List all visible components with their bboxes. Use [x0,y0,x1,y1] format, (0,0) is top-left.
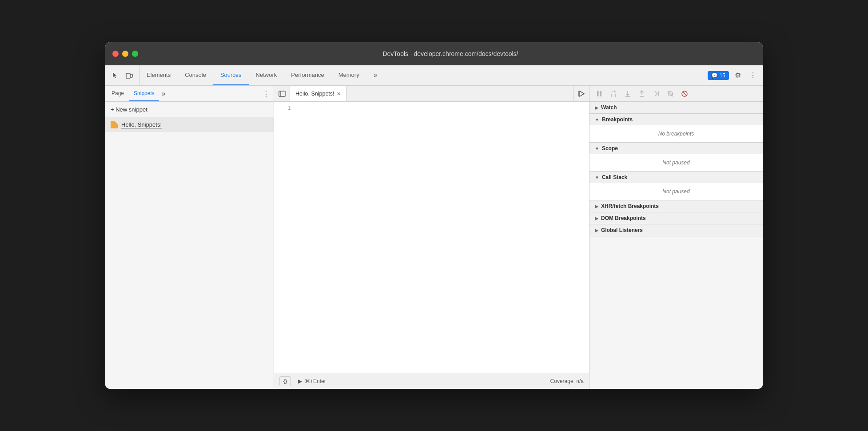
settings-icon[interactable]: ⚙ [732,69,744,82]
svg-rect-6 [597,91,599,96]
dom-breakpoints-section-header[interactable]: ▶ DOM Breakpoints [589,212,763,224]
xhr-section: ▶ XHR/fetch Breakpoints [589,200,763,212]
tab-memory[interactable]: Memory [331,65,366,85]
editor-tab-label: Hello, Snippets! [295,91,334,97]
tab-sources[interactable]: Sources [213,65,249,85]
scope-section-header[interactable]: ▼ Scope [589,143,763,154]
close-button[interactable] [112,51,119,57]
global-listeners-section-header[interactable]: ▶ Global Listeners [589,224,763,236]
breakpoints-content: No breakpoints [589,125,763,142]
more-tabs-icon: » [374,71,378,79]
snippet-file-icon [111,121,118,128]
chat-icon: 💬 [711,72,718,79]
svg-marker-4 [580,91,584,96]
editor-footer: {} ▶ ⌘+Enter Coverage: n/a [274,373,589,389]
watch-section: ▶ Watch [589,102,763,114]
step-over-icon[interactable] [607,88,620,100]
stop-icon[interactable] [678,88,691,100]
run-icon: ▶ [298,378,302,384]
dom-breakpoints-arrow-icon: ▶ [595,216,598,221]
cursor-icon[interactable] [109,69,121,82]
call-stack-content: Not paused [589,183,763,200]
scope-content: Not paused [589,154,763,171]
snippet-name: Hello, Snippets! [121,121,162,128]
notifications-badge[interactable]: 💬 15 [708,71,729,80]
tab-snippets[interactable]: Snippets [129,86,159,101]
svg-rect-7 [600,91,602,96]
call-stack-arrow-icon: ▼ [595,175,599,180]
window-title: DevTools - developer.chrome.com/docs/dev… [145,50,756,57]
svg-rect-1 [130,74,132,77]
tab-more[interactable]: » [366,65,385,85]
toolbar-right: 💬 15 ⚙ ⋮ [704,65,763,85]
tab-network[interactable]: Network [249,65,284,85]
step-out-icon[interactable] [636,88,648,100]
pause-icon[interactable] [593,88,605,100]
editor-area[interactable]: 1 [274,102,589,373]
scope-section: ▼ Scope Not paused [589,143,763,172]
panel-tab-menu-icon[interactable]: ⋮ [260,89,272,99]
editor-tabs: Hello, Snippets! × [274,86,589,102]
badge-count: 15 [720,72,725,79]
tab-page[interactable]: Page [107,86,128,101]
breakpoints-section-header[interactable]: ▼ Breakpoints [589,114,763,125]
run-button[interactable]: ▶ ⌘+Enter [298,378,326,384]
editor-tab-close-icon[interactable]: × [337,90,341,97]
content-area: Page Snippets » ⋮ + New snippet Hello, S… [105,86,763,389]
more-options-icon[interactable]: ⋮ [747,69,759,82]
new-snippet-label: + New snippet [111,106,147,113]
svg-line-18 [683,92,686,96]
breakpoints-arrow-icon: ▼ [595,117,599,122]
toolbar-left [105,65,139,85]
code-editor[interactable] [296,102,589,373]
minimize-button[interactable] [122,51,128,57]
breakpoints-section: ▼ Breakpoints No breakpoints [589,114,763,143]
dom-breakpoints-section: ▶ DOM Breakpoints [589,212,763,224]
sidebar-toggle-icon[interactable] [274,86,290,101]
call-stack-section-header[interactable]: ▼ Call Stack [589,172,763,183]
xhr-section-header[interactable]: ▶ XHR/fetch Breakpoints [589,200,763,212]
run-snippet-icon[interactable] [573,86,589,101]
toolbar-tabs: Elements Console Sources Network Perform… [139,65,704,85]
svg-rect-0 [126,73,130,78]
tab-performance[interactable]: Performance [284,65,331,85]
line-numbers: 1 [274,102,296,373]
global-listeners-section: ▶ Global Listeners [589,224,763,236]
new-snippet-button[interactable]: + New snippet [105,102,274,118]
panel-tab-more-icon[interactable]: » [160,90,167,98]
coverage-text: Coverage: n/a [550,378,584,384]
format-button[interactable]: {} [279,376,291,386]
global-listeners-arrow-icon: ▶ [595,228,598,233]
titlebar: DevTools - developer.chrome.com/docs/dev… [105,42,763,65]
traffic-lights [112,51,138,57]
middle-panel: Hello, Snippets! × 1 {} [274,86,589,389]
scope-arrow-icon: ▼ [595,146,599,151]
main-toolbar: Elements Console Sources Network Perform… [105,65,763,86]
call-stack-section: ▼ Call Stack Not paused [589,172,763,200]
left-panel: Page Snippets » ⋮ + New snippet Hello, S… [105,86,274,389]
svg-line-15 [668,91,673,96]
step-icon[interactable] [650,88,662,100]
fullscreen-button[interactable] [132,51,138,57]
tab-console[interactable]: Console [178,65,213,85]
devtools-window: DevTools - developer.chrome.com/docs/dev… [105,42,763,389]
device-toggle-icon[interactable] [123,69,135,82]
tab-elements[interactable]: Elements [139,65,178,85]
panel-tabs: Page Snippets » ⋮ [105,86,274,102]
snippet-item[interactable]: Hello, Snippets! [105,118,274,132]
run-shortcut: ⌘+Enter [305,378,326,384]
watch-section-header[interactable]: ▶ Watch [589,102,763,113]
deactivate-breakpoints-icon[interactable] [664,88,677,100]
watch-arrow-icon: ▶ [595,105,598,110]
right-panel: ▶ Watch ▼ Breakpoints No breakpoints ▼ S… [589,86,763,389]
xhr-arrow-icon: ▶ [595,204,598,209]
debugger-toolbar [589,86,763,102]
step-into-icon[interactable] [621,88,634,100]
editor-tab-active[interactable]: Hello, Snippets! × [290,86,346,101]
svg-rect-2 [279,91,285,96]
